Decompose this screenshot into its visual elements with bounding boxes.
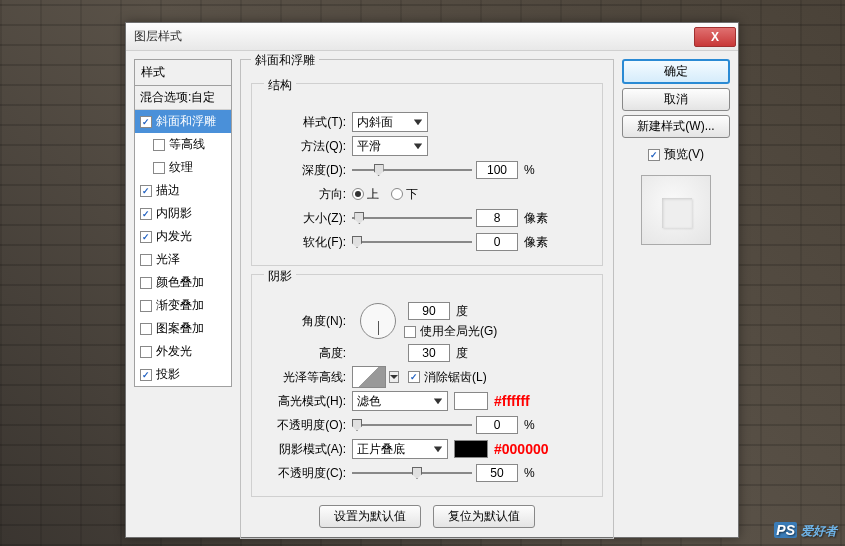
size-input[interactable]	[476, 209, 518, 227]
style-checkbox[interactable]	[140, 185, 152, 197]
depth-input[interactable]	[476, 161, 518, 179]
watermark: PS爱好者	[774, 519, 837, 540]
blend-options-item[interactable]: 混合选项:自定	[135, 86, 231, 110]
style-item[interactable]: 斜面和浮雕	[135, 110, 231, 133]
style-item[interactable]: 光泽	[135, 248, 231, 271]
style-checkbox[interactable]	[140, 116, 152, 128]
highlight-opacity-label: 不透明度(O):	[260, 417, 352, 434]
style-item[interactable]: 内阴影	[135, 202, 231, 225]
style-item[interactable]: 纹理	[135, 156, 231, 179]
style-item[interactable]: 描边	[135, 179, 231, 202]
style-item[interactable]: 等高线	[135, 133, 231, 156]
soften-slider[interactable]	[352, 233, 472, 251]
altitude-input[interactable]	[408, 344, 450, 362]
highlight-opacity-input[interactable]	[476, 416, 518, 434]
soften-input[interactable]	[476, 233, 518, 251]
style-item[interactable]: 投影	[135, 363, 231, 386]
ok-button[interactable]: 确定	[622, 59, 730, 84]
structure-legend: 结构	[264, 77, 296, 94]
highlight-color-annotation: #ffffff	[494, 393, 530, 409]
direction-down-radio[interactable]	[391, 188, 403, 200]
style-checkbox[interactable]	[140, 254, 152, 266]
style-item[interactable]: 外发光	[135, 340, 231, 363]
angle-input[interactable]	[408, 302, 450, 320]
gloss-contour-label: 光泽等高线:	[260, 369, 352, 386]
style-checkbox[interactable]	[140, 323, 152, 335]
style-item-label: 颜色叠加	[156, 274, 204, 291]
close-button[interactable]: X	[694, 27, 736, 47]
new-style-button[interactable]: 新建样式(W)...	[622, 115, 730, 138]
chevron-down-icon	[431, 393, 445, 409]
method-label: 方法(Q):	[260, 138, 352, 155]
chevron-down-icon[interactable]	[389, 371, 399, 383]
antialias-checkbox[interactable]	[408, 371, 420, 383]
main-panel: 斜面和浮雕 结构 样式(T): 内斜面 方法(Q): 平滑 深度(D):	[240, 59, 614, 529]
shadow-color-annotation: #000000	[494, 441, 549, 457]
method-dropdown[interactable]: 平滑	[352, 136, 428, 156]
style-item-label: 投影	[156, 366, 180, 383]
styles-panel: 样式 混合选项:自定 斜面和浮雕等高线纹理描边内阴影内发光光泽颜色叠加渐变叠加图…	[134, 59, 232, 529]
style-checkbox[interactable]	[140, 300, 152, 312]
right-panel: 确定 取消 新建样式(W)... 预览(V)	[622, 59, 730, 529]
style-item-label: 描边	[156, 182, 180, 199]
style-item-label: 等高线	[169, 136, 205, 153]
shadow-color-swatch[interactable]	[454, 440, 488, 458]
structure-group: 结构 样式(T): 内斜面 方法(Q): 平滑 深度(D): %	[251, 83, 603, 266]
highlight-color-swatch[interactable]	[454, 392, 488, 410]
shadow-mode-dropdown[interactable]: 正片叠底	[352, 439, 448, 459]
size-label: 大小(Z):	[260, 210, 352, 227]
style-item-label: 渐变叠加	[156, 297, 204, 314]
highlight-mode-dropdown[interactable]: 滤色	[352, 391, 448, 411]
shadow-opacity-label: 不透明度(C):	[260, 465, 352, 482]
altitude-label: 高度:	[260, 345, 352, 362]
chevron-down-icon	[411, 138, 425, 154]
titlebar[interactable]: 图层样式 X	[126, 23, 738, 51]
highlight-opacity-slider[interactable]	[352, 416, 472, 434]
style-item-label: 光泽	[156, 251, 180, 268]
style-item-label: 图案叠加	[156, 320, 204, 337]
angle-label: 角度(N):	[260, 313, 352, 330]
style-checkbox[interactable]	[153, 162, 165, 174]
style-item-label: 纹理	[169, 159, 193, 176]
global-light-checkbox[interactable]	[404, 326, 416, 338]
chevron-down-icon	[431, 441, 445, 457]
make-default-button[interactable]: 设置为默认值	[319, 505, 421, 528]
style-checkbox[interactable]	[140, 208, 152, 220]
direction-label: 方向:	[260, 186, 352, 203]
direction-up-radio[interactable]	[352, 188, 364, 200]
cancel-button[interactable]: 取消	[622, 88, 730, 111]
depth-label: 深度(D):	[260, 162, 352, 179]
styles-header: 样式	[134, 59, 232, 86]
size-slider[interactable]	[352, 209, 472, 227]
style-checkbox[interactable]	[140, 346, 152, 358]
soften-label: 软化(F):	[260, 234, 352, 251]
layer-style-dialog: 图层样式 X 样式 混合选项:自定 斜面和浮雕等高线纹理描边内阴影内发光光泽颜色…	[125, 22, 739, 538]
style-checkbox[interactable]	[140, 277, 152, 289]
style-list: 混合选项:自定 斜面和浮雕等高线纹理描边内阴影内发光光泽颜色叠加渐变叠加图案叠加…	[134, 86, 232, 387]
chevron-down-icon	[411, 114, 425, 130]
preview-checkbox[interactable]	[648, 149, 660, 161]
style-dropdown[interactable]: 内斜面	[352, 112, 428, 132]
angle-dial[interactable]	[360, 303, 396, 339]
style-item[interactable]: 内发光	[135, 225, 231, 248]
style-item[interactable]: 图案叠加	[135, 317, 231, 340]
style-item-label: 外发光	[156, 343, 192, 360]
group-title: 斜面和浮雕	[251, 52, 319, 69]
style-item-label: 斜面和浮雕	[156, 113, 216, 130]
shadow-mode-label: 阴影模式(A):	[260, 441, 352, 458]
style-item[interactable]: 颜色叠加	[135, 271, 231, 294]
shading-legend: 阴影	[264, 268, 296, 285]
preview-label: 预览(V)	[664, 146, 704, 163]
style-item-label: 内发光	[156, 228, 192, 245]
reset-default-button[interactable]: 复位为默认值	[433, 505, 535, 528]
style-checkbox[interactable]	[140, 231, 152, 243]
style-checkbox[interactable]	[153, 139, 165, 151]
close-icon: X	[711, 30, 719, 44]
shading-group: 阴影 角度(N): 度 使用全局光(G)	[251, 274, 603, 497]
style-checkbox[interactable]	[140, 369, 152, 381]
gloss-contour-picker[interactable]	[352, 366, 386, 388]
shadow-opacity-slider[interactable]	[352, 464, 472, 482]
shadow-opacity-input[interactable]	[476, 464, 518, 482]
depth-slider[interactable]	[352, 161, 472, 179]
style-item[interactable]: 渐变叠加	[135, 294, 231, 317]
